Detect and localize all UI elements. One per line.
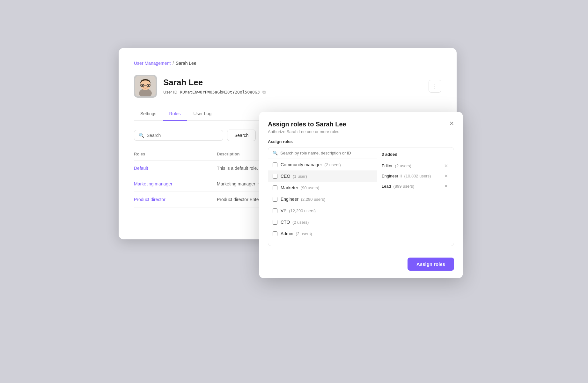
user-header: Sarah Lee User ID RUMatENw0rFWO5aGbMI8tY… xyxy=(134,75,441,98)
role-item-name: VP (12,290 users) xyxy=(281,208,316,213)
role-search-input[interactable] xyxy=(280,151,372,155)
more-options-button[interactable]: ⋮ xyxy=(429,80,441,93)
role-checkbox[interactable] xyxy=(273,185,277,190)
modal-title-area: Assign roles to Sarah Lee Authorize Sara… xyxy=(268,121,346,134)
added-role-name: Editor (2 users) xyxy=(382,163,411,168)
role-checkbox[interactable] xyxy=(273,208,277,213)
modal-columns: 🔍 Community manager (2 users) CEO (1 use… xyxy=(268,147,454,246)
role-item-name: CEO (1 user) xyxy=(281,174,307,179)
added-role-item: Lead (899 users) ✕ xyxy=(382,181,449,191)
role-checkbox[interactable] xyxy=(273,174,277,179)
breadcrumb-separator: / xyxy=(173,61,174,66)
tab-user-log[interactable]: User Log xyxy=(187,108,218,121)
role-item-name: Marketer (90 users) xyxy=(281,185,319,190)
role-checkbox[interactable] xyxy=(273,197,277,202)
added-role-item: Engineer II (10,802 users) ✕ xyxy=(382,171,449,181)
role-search-container: 🔍 xyxy=(268,147,377,159)
modal-close-button[interactable]: ✕ xyxy=(449,121,454,126)
copy-icon[interactable]: ⧉ xyxy=(262,89,266,95)
role-name-cell[interactable]: Product director xyxy=(134,192,217,207)
svg-point-9 xyxy=(148,85,149,86)
search-button[interactable]: Search xyxy=(227,130,256,141)
user-id-label: User ID xyxy=(163,90,177,94)
role-list-item[interactable]: CEO (1 user) xyxy=(268,170,377,182)
role-name-cell[interactable]: Marketing manager xyxy=(134,176,217,192)
role-name-cell[interactable]: Default xyxy=(134,160,217,176)
assign-roles-modal: Assign roles to Sarah Lee Authorize Sara… xyxy=(259,112,463,278)
search-icon: 🔍 xyxy=(139,133,144,138)
role-checkbox[interactable] xyxy=(273,231,277,236)
role-item-name: Community manager (2 users) xyxy=(281,162,341,167)
role-list-item[interactable]: Admin (2 users) xyxy=(268,228,377,239)
role-item-name: CTO (2 users) xyxy=(281,220,309,225)
user-info: Sarah Lee User ID RUMatENw0rFWO5aGbMI8tY… xyxy=(134,75,266,98)
added-role-item: Editor (2 users) ✕ xyxy=(382,161,449,171)
role-item-name: Admin (2 users) xyxy=(281,231,312,236)
role-checkbox[interactable] xyxy=(273,162,277,167)
svg-point-8 xyxy=(142,85,143,86)
role-list-item[interactable]: Marketer (90 users) xyxy=(268,182,377,193)
added-count: 3 added xyxy=(382,152,449,157)
page-wrapper: User Management / Sarah Lee xyxy=(119,48,469,335)
search-container: 🔍 xyxy=(134,130,223,141)
assign-roles-section-label: Assign roles xyxy=(268,139,454,144)
roles-list-column: 🔍 Community manager (2 users) CEO (1 use… xyxy=(268,147,377,246)
user-name: Sarah Lee xyxy=(163,78,266,87)
role-list-item[interactable]: CTO (2 users) xyxy=(268,216,377,228)
remove-role-button[interactable]: ✕ xyxy=(443,162,449,169)
user-id-row: User ID RUMatENw0rFWO5aGbMI8tY2Qol50e0G3… xyxy=(163,89,266,95)
modal-body: Assign roles 🔍 Community manager (2 user… xyxy=(259,139,463,252)
tab-roles[interactable]: Roles xyxy=(163,108,187,121)
role-list-item[interactable]: Engineer (2,290 users) xyxy=(268,193,377,205)
tab-settings[interactable]: Settings xyxy=(134,108,163,121)
breadcrumb-current: Sarah Lee xyxy=(176,61,196,66)
roles-checkboxes: Community manager (2 users) CEO (1 user)… xyxy=(268,159,377,246)
assign-roles-confirm-button[interactable]: Assign roles xyxy=(408,258,454,271)
role-list-item[interactable]: VP (12,290 users) xyxy=(268,205,377,216)
col-roles: Roles xyxy=(134,149,217,161)
role-item-name: Engineer (2,290 users) xyxy=(281,197,325,202)
added-role-name: Engineer II (10,802 users) xyxy=(382,174,431,178)
remove-role-button[interactable]: ✕ xyxy=(443,173,449,179)
added-items-list: Editor (2 users) ✕ Engineer II (10,802 u… xyxy=(382,161,449,191)
user-details: Sarah Lee User ID RUMatENw0rFWO5aGbMI8tY… xyxy=(163,78,266,95)
modal-subtitle: Authorize Sarah Lee one or more roles xyxy=(268,129,346,134)
modal-overlay: Assign roles to Sarah Lee Authorize Sara… xyxy=(259,112,463,278)
avatar xyxy=(134,75,157,98)
search-input[interactable] xyxy=(147,133,218,138)
modal-header: Assign roles to Sarah Lee Authorize Sara… xyxy=(259,112,463,139)
role-checkbox[interactable] xyxy=(273,220,277,225)
role-search-icon: 🔍 xyxy=(273,151,278,155)
breadcrumb-parent[interactable]: User Management xyxy=(134,61,171,66)
modal-title: Assign roles to Sarah Lee xyxy=(268,121,346,128)
added-column: 3 added Editor (2 users) ✕ Engineer II (… xyxy=(377,147,454,246)
breadcrumb: User Management / Sarah Lee xyxy=(134,61,441,66)
remove-role-button[interactable]: ✕ xyxy=(443,183,449,189)
modal-footer: Assign roles xyxy=(259,252,463,278)
user-id-value: RUMatENw0rFWO5aGbMI8tY2Qol50e0G3 xyxy=(180,90,260,94)
added-role-name: Lead (899 users) xyxy=(382,184,414,189)
role-list-item[interactable]: Community manager (2 users) xyxy=(268,159,377,170)
